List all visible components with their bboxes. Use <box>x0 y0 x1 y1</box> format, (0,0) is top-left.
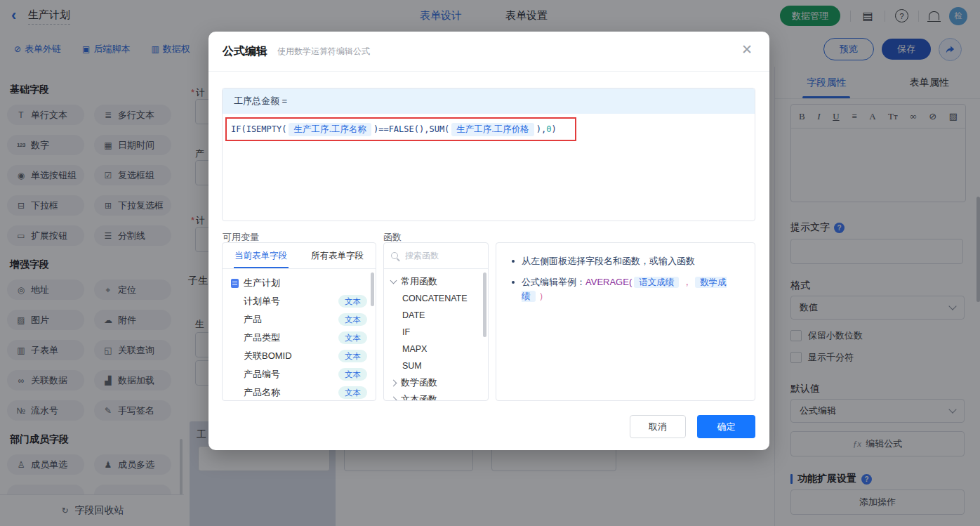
formula-token: ， <box>682 277 691 287</box>
hint-example-line: 公式编辑举例：AVERAGE(语文成绩，数学成绩） <box>512 275 748 303</box>
modal-title: 公式编辑 <box>223 44 267 59</box>
variable-root-label: 生产计划 <box>244 277 280 289</box>
function-group-label: 数学函数 <box>401 376 437 389</box>
field-type-badge: 文本 <box>338 313 367 326</box>
formula-token: ), <box>536 124 546 134</box>
app-window: ‹ 生产计划 表单设计表单设置 数据管理 ▤ ? 检 ⊘表单外链▣后端脚本▥数据… <box>0 0 980 526</box>
formula-target-bar: 工序总金额 = <box>223 88 755 114</box>
variables-tab[interactable]: 当前表单字段 <box>223 243 299 268</box>
hints-list: 从左侧面板选择字段名和函数，或输入函数 公式编辑举例：AVERAGE(语文成绩，… <box>496 243 755 303</box>
variables-tab[interactable]: 所有表单字段 <box>299 243 376 268</box>
variable-row[interactable]: 产品类型文本 <box>223 329 376 347</box>
formula-target-label: 工序总金额 = <box>234 95 287 107</box>
variable-row[interactable]: 产品编号文本 <box>223 365 376 383</box>
function-group-label: 文本函数 <box>401 393 437 401</box>
function-search-input[interactable] <box>404 250 481 261</box>
variable-row[interactable]: 计划单号文本 <box>223 292 376 310</box>
functions-panel: 常用函数CONCATENATEDATEIFMAPXSUM数学函数文本函数 <box>383 242 489 401</box>
field-chip[interactable]: 语文成绩 <box>634 277 679 288</box>
variable-name: 关联BOMID <box>244 350 292 362</box>
formula-annotation-box: IF(ISEMPTY(生产工序.工序名称)==FALSE(),SUM(生产工序.… <box>225 117 576 141</box>
variable-name: 产品编号 <box>244 368 280 381</box>
variables-tabs: 当前表单字段所有表单字段 <box>223 243 376 269</box>
function-item[interactable]: CONCATENATE <box>384 290 488 307</box>
variable-row[interactable]: 关联BOMID文本 <box>223 347 376 365</box>
variable-name: 产品类型 <box>244 331 280 344</box>
functions-list: 常用函数CONCATENATEDATEIFMAPXSUM数学函数文本函数 <box>384 269 488 401</box>
variable-name: 产品 <box>244 313 262 326</box>
close-icon[interactable]: ✕ <box>741 43 753 57</box>
formula-editor-modal: 公式编辑 使用数学运算符编辑公式 ✕ 工序总金额 = IF(ISEMPTY(生产… <box>208 32 769 450</box>
field-type-badge: 文本 <box>338 331 367 344</box>
modal-header: 公式编辑 使用数学运算符编辑公式 ✕ <box>208 32 769 72</box>
cancel-button[interactable]: 取消 <box>630 415 686 438</box>
function-search <box>384 243 488 269</box>
chevron-icon <box>390 277 397 284</box>
hints-panel: 从左侧面板选择字段名和函数，或输入函数 公式编辑举例：AVERAGE(语文成绩，… <box>496 242 755 401</box>
hint-line: 从左侧面板选择字段名和函数，或输入函数 <box>512 254 748 268</box>
chevron-icon <box>390 396 397 401</box>
chevron-icon <box>390 379 397 386</box>
function-item[interactable]: DATE <box>384 307 488 324</box>
function-group-label: 常用函数 <box>401 275 437 288</box>
variable-row[interactable]: 产品名称文本 <box>223 383 376 401</box>
function-item[interactable]: IF <box>384 324 488 341</box>
field-chip[interactable]: 生产工序.工序名称 <box>289 123 371 136</box>
search-icon <box>391 252 398 259</box>
formula-token: ） <box>539 291 548 301</box>
variable-row[interactable]: 产品文本 <box>223 310 376 329</box>
confirm-button[interactable]: 确定 <box>697 415 755 438</box>
variables-list: 生产计划计划单号文本产品文本产品类型文本关联BOMID文本产品编号文本产品名称文… <box>223 269 376 401</box>
function-group[interactable]: 文本函数 <box>384 391 488 401</box>
form-doc-icon <box>231 279 239 288</box>
formula-token: 0 <box>546 124 551 134</box>
modal-subtitle: 使用数学运算符编辑公式 <box>277 46 370 58</box>
function-group[interactable]: 常用函数 <box>384 273 488 290</box>
variable-root-node[interactable]: 生产计划 <box>223 274 376 292</box>
variables-scrollbar-thumb[interactable] <box>371 272 374 306</box>
variables-panel: 当前表单字段所有表单字段 生产计划计划单号文本产品文本产品类型文本关联BOMID… <box>222 242 376 401</box>
variable-name: 产品名称 <box>244 386 280 399</box>
formula-editor-box[interactable]: 工序总金额 = IF(ISEMPTY(生产工序.工序名称)==FALSE(),S… <box>222 88 755 221</box>
field-chip[interactable]: 生产工序.工序价格 <box>451 123 534 136</box>
formula-token: AVERAGE( <box>585 277 632 287</box>
function-group[interactable]: 数学函数 <box>384 374 488 391</box>
formula-token: )==FALSE(),SUM( <box>373 124 449 134</box>
function-item[interactable]: MAPX <box>384 341 488 357</box>
formula-token: 公式编辑举例： <box>522 277 585 287</box>
functions-scrollbar-thumb[interactable] <box>483 272 486 337</box>
field-type-badge: 文本 <box>338 295 367 308</box>
formula-token: IF(ISEMPTY( <box>231 124 286 134</box>
field-type-badge: 文本 <box>338 350 367 362</box>
function-item[interactable]: SUM <box>384 357 488 374</box>
field-type-badge: 文本 <box>338 368 367 381</box>
variable-name: 计划单号 <box>244 295 280 308</box>
field-type-badge: 文本 <box>338 386 367 399</box>
formula-token: ) <box>552 124 557 134</box>
